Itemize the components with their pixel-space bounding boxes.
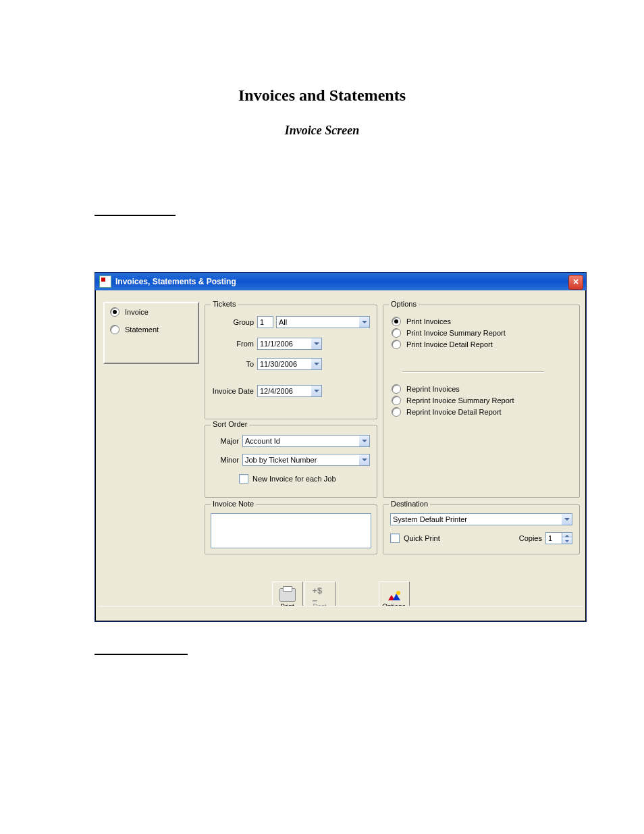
new-invoice-checkbox[interactable]: New Invoice for each Job [239, 474, 336, 484]
group-number-input[interactable]: 1 [257, 316, 273, 328]
chevron-down-icon[interactable] [311, 358, 322, 370]
option-reprint-summary[interactable]: Reprint Invoice Summary Report [392, 396, 514, 405]
from-date-input[interactable]: 11/1/2006 [257, 338, 322, 350]
invoice-date-input[interactable]: 12/4/2006 [257, 385, 322, 397]
window-title: Invoices, Statements & Posting [115, 277, 236, 286]
chevron-down-icon[interactable] [311, 385, 322, 397]
radio-icon [392, 396, 401, 405]
chevron-down-icon[interactable] [359, 316, 370, 328]
options-group: Options Print Invoices Print Invoice Sum… [383, 305, 580, 498]
option-reprint-invoices[interactable]: Reprint Invoices [392, 384, 514, 394]
titlebar[interactable]: Invoices, Statements & Posting × [95, 273, 586, 290]
chevron-down-icon[interactable] [359, 435, 370, 447]
checkbox-icon [390, 533, 400, 543]
major-value: Account Id [242, 435, 359, 447]
options-separator [402, 371, 544, 373]
option-label: Reprint Invoice Detail Report [406, 408, 502, 416]
invoice-note-group: Invoice Note [205, 504, 377, 554]
major-select[interactable]: Account Id [242, 435, 370, 447]
minor-label: Minor [205, 456, 239, 464]
major-label: Major [205, 437, 239, 445]
sort-order-group: Sort Order Major Account Id Minor Job by… [205, 425, 377, 498]
option-print-detail[interactable]: Print Invoice Detail Report [392, 340, 506, 349]
new-invoice-label: New Invoice for each Job [252, 475, 336, 483]
group-select[interactable]: All [276, 316, 370, 328]
tickets-group: Tickets Group 1 All From 11/1/2006 [205, 305, 377, 419]
from-date-value: 11/1/2006 [257, 338, 311, 350]
option-label: Reprint Invoices [406, 385, 460, 393]
svg-point-2 [396, 591, 400, 595]
radio-icon [392, 340, 401, 349]
mode-statement-radio[interactable]: Statement [110, 325, 192, 334]
quick-print-checkbox[interactable]: Quick Print [390, 533, 440, 543]
client-area: Invoice Statement Tickets Group 1 All [97, 291, 585, 620]
option-label: Print Invoice Summary Report [406, 329, 506, 337]
radio-icon [110, 325, 119, 334]
chevron-down-icon[interactable] [311, 338, 322, 350]
printer-value: System Default Printer [390, 513, 562, 525]
mode-statement-label: Statement [125, 325, 159, 334]
spinner-down-icon[interactable] [562, 538, 572, 544]
radio-icon [392, 407, 401, 417]
to-date-input[interactable]: 11/30/2006 [257, 358, 322, 370]
sort-order-legend: Sort Order [211, 420, 249, 428]
copies-value: 1 [545, 532, 562, 544]
invoice-note-textarea[interactable] [211, 513, 371, 548]
radio-icon [392, 384, 401, 394]
option-print-invoices[interactable]: Print Invoices [392, 317, 506, 326]
app-icon [99, 276, 111, 288]
chevron-down-icon[interactable] [359, 454, 370, 466]
checkbox-icon [239, 474, 248, 484]
printer-icon [279, 588, 296, 602]
group-select-value: All [276, 316, 359, 328]
invoice-date-value: 12/4/2006 [257, 385, 311, 397]
group-label: Group [205, 318, 254, 326]
invoice-date-label: Invoice Date [205, 387, 254, 395]
option-label: Print Invoice Detail Report [406, 340, 493, 348]
spinner-up-icon[interactable] [562, 533, 572, 538]
section-divider [95, 654, 188, 655]
close-button[interactable]: × [568, 275, 583, 290]
mode-invoice-label: Invoice [125, 308, 149, 316]
document-subtitle: Invoice Screen [0, 124, 644, 138]
option-label: Print Invoices [406, 317, 451, 325]
quick-print-label: Quick Print [404, 534, 440, 542]
minor-value: Job by Ticket Number [242, 454, 359, 466]
to-label: To [205, 360, 254, 368]
minor-select[interactable]: Job by Ticket Number [242, 454, 370, 466]
radio-icon [392, 317, 401, 326]
printer-select[interactable]: System Default Printer [390, 513, 572, 525]
section-divider [95, 215, 176, 216]
invoices-window: Invoices, Statements & Posting × Invoice… [95, 272, 587, 622]
option-label: Reprint Invoice Summary Report [406, 396, 514, 405]
mode-invoice-radio[interactable]: Invoice [110, 307, 192, 317]
mode-panel: Invoice Statement [103, 302, 199, 364]
options-icon [387, 590, 402, 602]
radio-icon [392, 328, 401, 338]
option-reprint-detail[interactable]: Reprint Invoice Detail Report [392, 407, 514, 417]
tickets-legend: Tickets [211, 300, 238, 308]
option-print-summary[interactable]: Print Invoice Summary Report [392, 328, 506, 338]
radio-icon [110, 307, 119, 317]
destination-legend: Destination [389, 500, 430, 508]
document-title: Invoices and Statements [0, 0, 644, 105]
copies-label: Copies [519, 534, 542, 542]
post-icon: +$− [313, 590, 327, 602]
options-legend: Options [389, 300, 419, 308]
from-label: From [205, 340, 254, 348]
status-bar [98, 606, 583, 619]
copies-spinner[interactable]: 1 [545, 532, 572, 544]
destination-group: Destination System Default Printer Quick… [383, 504, 580, 554]
invoice-note-legend: Invoice Note [211, 500, 256, 508]
to-date-value: 11/30/2006 [257, 358, 311, 370]
chevron-down-icon[interactable] [562, 513, 572, 525]
